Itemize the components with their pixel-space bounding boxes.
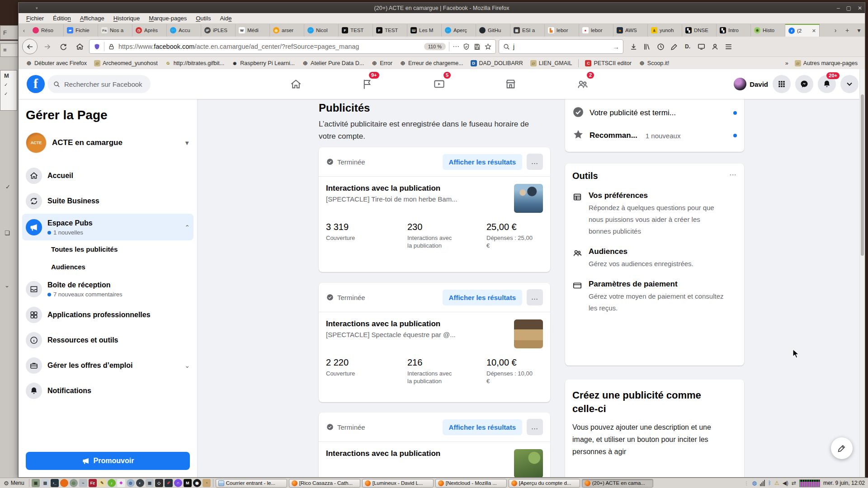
launcher-icon[interactable]: ◎ (70, 479, 78, 487)
url-bar[interactable]: https://www.facebook.com/acte.en.camargu… (89, 39, 496, 54)
network-graph-applet[interactable] (799, 479, 820, 487)
taskbar-window-button[interactable]: [Aperçu du compte d... (509, 479, 580, 488)
browser-tab[interactable]: ◎arser (270, 24, 304, 37)
browser-tab[interactable]: ❀Histo (751, 24, 785, 37)
launcher-icon[interactable]: ▤ (41, 479, 49, 487)
taskbar-window-button[interactable]: [Rico Casazza - Cath... (289, 479, 360, 488)
save-page-icon[interactable] (473, 43, 481, 51)
launcher-icon[interactable]: ◉ (193, 479, 201, 487)
tool-item-audiences[interactable]: AudiencesGérez vos audiences enregistrée… (572, 247, 737, 270)
bookmark-item[interactable]: ⊕Error (368, 59, 395, 68)
bookmarks-overflow-icon[interactable]: » (785, 60, 788, 66)
apps-menu-button[interactable] (773, 75, 791, 93)
sidebar-item-bell[interactable]: Notifications (22, 378, 193, 404)
forward-button[interactable] (40, 40, 54, 53)
profile-button[interactable]: David (734, 78, 768, 90)
launcher-icon[interactable]: ∩ (174, 479, 182, 487)
launcher-icon[interactable] (60, 479, 68, 487)
sidebar-item-info[interactable]: Ressources et outils (22, 328, 193, 353)
padlock-icon[interactable] (108, 43, 115, 51)
tool-item-paramètres[interactable]: Paramètres de paiementGérez votre moyen … (572, 280, 737, 314)
browser-tab[interactable]: 🐦Accu (167, 24, 201, 37)
nav-groups-icon[interactable]: 2 (570, 73, 595, 95)
bookmark-item[interactable]: DDAD_DOLIBARR (468, 59, 526, 68)
nav-store-icon[interactable] (498, 73, 524, 95)
page-selector[interactable]: ACTE ACTE en camargue ▼ (19, 129, 197, 157)
browser-tab[interactable]: ◷Après (132, 24, 167, 37)
browser-tab[interactable]: FaNos a (98, 24, 132, 37)
ad-kebab-icon[interactable]: … (527, 289, 543, 305)
screenshare-icon[interactable] (695, 40, 708, 53)
bookmark-item[interactable]: ⊕Scoop.it! (636, 59, 672, 68)
url-text[interactable]: https://www.facebook.com/acte.en.camargu… (118, 43, 359, 50)
bluetooth-icon[interactable]: ᛒ (768, 480, 771, 486)
bookmark-item[interactable]: ⊕Débuter avec Firefox (23, 59, 90, 68)
tools-kebab-icon[interactable]: … (729, 169, 737, 177)
browser-tab[interactable]: 🐦Nicol (304, 24, 339, 37)
launcher-icon[interactable]: ❖ (117, 479, 125, 487)
tab-scroll-right-icon[interactable]: › (830, 27, 841, 34)
taskbar-window-button[interactable]: [Nextcloud - Mozilla ... (435, 479, 507, 488)
tracking-protection-shield-icon[interactable] (93, 43, 101, 51)
search-go-icon[interactable]: → (613, 43, 619, 51)
bookmark-item[interactable]: ⊕Atelier Pure Data D... (299, 59, 367, 68)
nav-pages-icon[interactable]: 9+ (355, 73, 380, 95)
nav-home-icon[interactable] (283, 73, 308, 95)
sidebar-subitem-audiences[interactable]: Audiences (22, 258, 193, 276)
menubar-item-aide[interactable]: Aide (216, 14, 236, 23)
notice-row[interactable]: Votre publicité est termi... (572, 102, 737, 124)
sidebar-item-inbox[interactable]: Boîte de réception7 nouveaux commentaire… (22, 276, 193, 302)
bookmark-item[interactable]: ◉Raspberry Pi Learni... (229, 59, 297, 68)
bookmark-item[interactable]: Ghttp://bitrates.gifbit... (162, 59, 227, 68)
launcher-icon[interactable]: ◍ (127, 479, 135, 487)
minimize-button[interactable]: – (837, 5, 840, 11)
notice-row[interactable]: Recomman...1 nouveaux (572, 124, 737, 147)
browser-tab[interactable]: FTEST (339, 24, 373, 37)
browser-tab[interactable]: ♟yunoh (648, 24, 682, 37)
notifications-button[interactable]: 20+ (818, 75, 836, 93)
bookmark-item[interactable]: ▱LIEN_GMAIL (528, 59, 575, 68)
new-tab-button[interactable]: + (841, 27, 853, 34)
taskbar-window-button[interactable]: Courrier entrant - le... (216, 479, 287, 488)
launcher-icon[interactable]: ♪ (108, 479, 116, 487)
zoom-level-badge[interactable]: 110 % (424, 43, 446, 50)
browser-tab[interactable]: ▰Fichie (64, 24, 98, 37)
security-shield-icon[interactable]: ◍ (752, 480, 756, 486)
browser-tab[interactable]: ▚Intro (717, 24, 751, 37)
other-bookmarks[interactable]: ▱Autres marque-pages (792, 59, 860, 68)
history-icon[interactable] (654, 40, 667, 53)
taskbar-window-button[interactable]: (20+) ACTE en cama... (582, 479, 653, 488)
scrollbar[interactable] (859, 69, 865, 477)
browser-tab[interactable]: FTEST (373, 24, 407, 37)
nav-watch-icon[interactable]: 5 (426, 73, 452, 95)
taskbar-menu-button[interactable]: ⚙ Menu (1, 480, 27, 487)
browser-tab[interactable]: GitHu (476, 24, 510, 37)
browser-tab[interactable]: ШLes M (407, 24, 442, 37)
show-results-button[interactable]: Afficher les résultats (443, 419, 522, 435)
launcher-icon[interactable]: ◔ (203, 479, 211, 487)
close-button[interactable]: ✕ (858, 5, 862, 11)
scrollbar-thumb[interactable] (861, 94, 864, 256)
signal-icon[interactable] (760, 480, 765, 486)
window-titlebar[interactable]: ▾ (20+) ACTE en camargue | Facebook - Mo… (19, 3, 865, 13)
maximize-button[interactable]: ▢ (846, 5, 851, 11)
launcher-icon[interactable]: ✐ (165, 479, 173, 487)
browser-tab[interactable]: 🐦Aperç (442, 24, 476, 37)
home-button[interactable] (73, 40, 86, 53)
facebook-logo[interactable]: f (27, 75, 45, 93)
bookmark-item[interactable]: ⊕Erreur de chargeme... (397, 59, 466, 68)
launcher-icon[interactable]: Fz (89, 479, 97, 487)
bookmark-star-icon[interactable] (484, 43, 492, 51)
account-icon[interactable] (708, 40, 721, 53)
search-bar[interactable]: j → (499, 39, 623, 54)
launcher-icon[interactable]: ›_ (51, 479, 59, 487)
taskbar-clock[interactable]: mer. 9 juin, 12:02 (823, 480, 865, 486)
menubar-item-affichage[interactable]: Affichage (76, 14, 108, 23)
browser-tab[interactable]: WMédi (236, 24, 270, 37)
launcher-icon[interactable]: ◐ (136, 479, 144, 487)
menubar-item-dition[interactable]: Édition (49, 14, 75, 23)
show-results-button[interactable]: Afficher les résultats (443, 290, 522, 305)
sidebar-item-home[interactable]: Accueil (22, 163, 193, 188)
downloads-icon[interactable] (627, 40, 640, 53)
sidebar-item-apps[interactable]: Applications professionnelles (22, 302, 193, 328)
